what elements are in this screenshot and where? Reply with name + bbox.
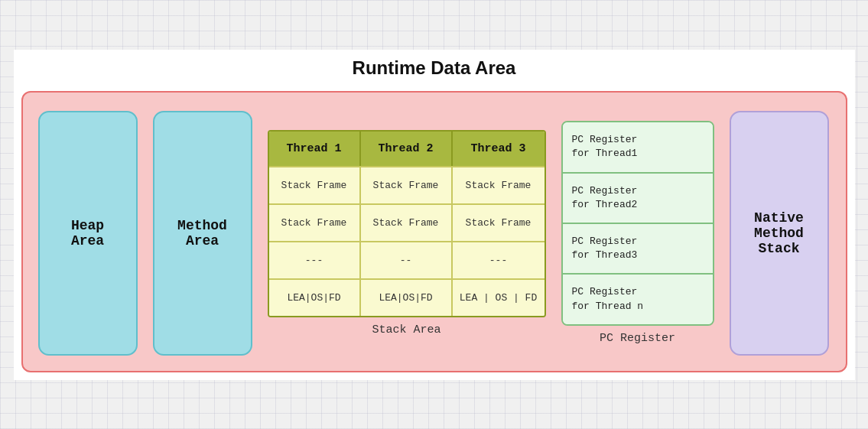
stack-cell: Stack Frame	[269, 205, 361, 241]
heap-area: HeapArea	[38, 111, 138, 356]
pc-register-thread3: PC Registerfor Thread3	[563, 224, 713, 275]
stack-cell: Stack Frame	[453, 167, 545, 203]
stack-cell: Stack Frame	[361, 205, 453, 241]
pc-register-threadn: PC Registerfor Thread n	[563, 275, 713, 323]
stack-table: Thread 1 Thread 2 Thread 3 Stack Frame S…	[268, 130, 546, 317]
stack-cell: LEA | OS | FD	[453, 280, 545, 316]
stack-cell: Stack Frame	[269, 167, 361, 203]
pc-register-thread2: PC Registerfor Thread2	[563, 174, 713, 224]
stack-body: Stack Frame Stack Frame Stack Frame Stac…	[269, 166, 545, 316]
page-title: Runtime Data Area	[21, 57, 847, 79]
stack-cell: Stack Frame	[453, 205, 545, 241]
stack-header-thread3: Thread 3	[453, 132, 545, 166]
stack-header-thread1: Thread 1	[269, 132, 361, 166]
method-area: MethodArea	[153, 111, 252, 356]
stack-cell: LEA|OS|FD	[269, 280, 361, 316]
native-label: NativeMethodStack	[754, 210, 804, 256]
main-box: HeapArea MethodArea Thread 1 Thread 2 Th…	[21, 91, 847, 372]
pc-box: PC Registerfor Thread1 PC Registerfor Th…	[561, 121, 714, 326]
table-row: Stack Frame Stack Frame Stack Frame	[269, 166, 545, 203]
method-label: MethodArea	[177, 218, 227, 249]
outer-container: Runtime Data Area HeapArea MethodArea Th…	[14, 50, 855, 380]
native-method-stack: NativeMethodStack	[730, 111, 829, 356]
stack-header-row: Thread 1 Thread 2 Thread 3	[269, 132, 545, 166]
pc-register-thread1: PC Registerfor Thread1	[563, 122, 713, 173]
table-row: --- -- ---	[269, 241, 545, 278]
table-row: Stack Frame Stack Frame Stack Frame	[269, 203, 545, 241]
pc-section-label: PC Register	[600, 332, 675, 345]
table-row: LEA|OS|FD LEA|OS|FD LEA | OS | FD	[269, 278, 545, 316]
stack-section: Thread 1 Thread 2 Thread 3 Stack Frame S…	[268, 130, 546, 336]
heap-label: HeapArea	[71, 218, 104, 249]
stack-cell: ---	[269, 242, 361, 278]
stack-section-label: Stack Area	[372, 323, 441, 336]
stack-cell: --	[361, 242, 453, 278]
pc-section: PC Registerfor Thread1 PC Registerfor Th…	[561, 121, 714, 345]
stack-header-thread2: Thread 2	[361, 132, 453, 166]
stack-cell: ---	[453, 242, 545, 278]
stack-cell: LEA|OS|FD	[361, 280, 453, 316]
stack-cell: Stack Frame	[361, 167, 453, 203]
